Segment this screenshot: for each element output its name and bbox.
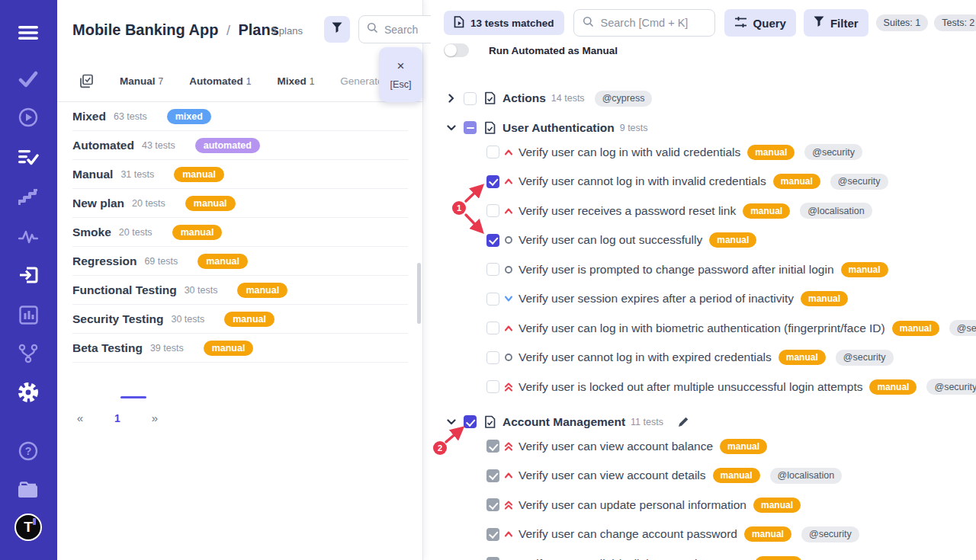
tag-badge[interactable]: @security xyxy=(949,320,976,336)
test-row[interactable]: Verify user can log out successfullymanu… xyxy=(431,226,976,254)
suite-title[interactable]: Actions xyxy=(502,91,546,105)
test-title[interactable]: Verify user is locked out after multiple… xyxy=(518,380,862,394)
test-row[interactable]: Verify user cannot log in with invalid c… xyxy=(431,167,976,196)
test-title[interactable]: Verify user cannot log in with expired c… xyxy=(518,350,772,364)
tab-automated[interactable]: Automated1 xyxy=(189,75,251,87)
suite-checkbox[interactable] xyxy=(464,415,477,428)
tag-badge[interactable]: @cypress xyxy=(595,91,653,107)
plan-row[interactable]: Security Testing30 testsmanual xyxy=(72,305,408,334)
chevron-down-icon[interactable] xyxy=(446,123,456,133)
chevron-down-icon[interactable] xyxy=(446,417,456,427)
test-tree: Actions14 tests@cypressUser Authenticati… xyxy=(431,0,976,560)
sidebar-item-stairs[interactable] xyxy=(17,186,40,209)
sidebar-item-bar-chart[interactable] xyxy=(17,303,40,326)
tab-manual[interactable]: Manual7 xyxy=(120,75,163,87)
test-title[interactable]: Verify user can log in with biometric au… xyxy=(518,322,885,335)
app-logo[interactable]: T xyxy=(14,514,42,541)
manual-badge: manual xyxy=(720,439,767,454)
sidebar-item-play-circle[interactable] xyxy=(17,106,40,129)
test-row[interactable]: Verify user can link/unlink external acc… xyxy=(431,549,976,560)
manual-badge: manual xyxy=(744,526,791,542)
test-checkbox[interactable] xyxy=(486,204,499,217)
sidebar-item-folder[interactable] xyxy=(17,478,40,501)
test-title[interactable]: Verify user can link/unlink external acc… xyxy=(518,557,748,560)
test-checkbox[interactable] xyxy=(486,293,499,306)
plan-name: New plan xyxy=(72,197,124,210)
test-checkbox[interactable] xyxy=(486,528,499,541)
test-checkbox[interactable] xyxy=(486,498,499,511)
test-row[interactable]: Verify user receives a password reset li… xyxy=(431,197,976,226)
sidebar-item-gear[interactable] xyxy=(17,381,40,404)
tag-badge[interactable]: @security xyxy=(926,379,976,395)
test-checkbox[interactable] xyxy=(486,351,499,364)
suite-row[interactable]: Actions14 tests@cypress xyxy=(431,84,976,113)
pagination-page-1[interactable]: 1 xyxy=(103,412,132,424)
plan-row[interactable]: Functional Testing30 testsmanual xyxy=(72,276,408,305)
sidebar-item-help[interactable]: ? xyxy=(17,440,40,462)
edit-icon[interactable] xyxy=(678,416,689,427)
test-row[interactable]: Verify user can view account detailsmanu… xyxy=(431,461,976,490)
test-row[interactable]: Verify user session expires after a peri… xyxy=(431,284,976,313)
test-row[interactable]: Verify user can log in with valid creden… xyxy=(431,138,976,167)
tag-badge[interactable]: @security xyxy=(830,174,888,190)
plan-row[interactable]: Manual31 testsmanual xyxy=(72,160,408,189)
sidebar-item-menu[interactable] xyxy=(17,21,40,44)
suite-title[interactable]: Account Management xyxy=(502,415,625,429)
plans-scrollbar[interactable] xyxy=(417,263,421,324)
test-row[interactable]: Verify user can update personal informat… xyxy=(431,491,976,520)
plan-row[interactable]: New plan20 testsmanual xyxy=(72,189,408,218)
chevron-right-icon[interactable] xyxy=(446,94,456,104)
test-title[interactable]: Verify user receives a password reset li… xyxy=(518,204,736,218)
test-checkbox[interactable] xyxy=(486,234,499,247)
test-title[interactable]: Verify user can view account balance xyxy=(518,440,713,453)
tag-badge[interactable]: @security xyxy=(836,350,894,366)
close-filter-panel-button[interactable]: × [Esc] xyxy=(379,47,422,102)
plan-row[interactable]: Beta Testing39 testsmanual xyxy=(72,334,408,363)
test-checkbox[interactable] xyxy=(486,263,499,276)
test-title[interactable]: Verify user can change account password xyxy=(518,527,737,541)
test-title[interactable]: Verify user can view account details xyxy=(518,469,706,482)
test-checkbox[interactable] xyxy=(486,440,499,453)
test-title[interactable]: Verify user can log out successfully xyxy=(518,233,702,247)
breadcrumb-project[interactable]: Mobile Banking App xyxy=(72,21,218,38)
suite-checkbox[interactable] xyxy=(464,92,477,105)
test-row[interactable]: Verify user is prompted to change passwo… xyxy=(431,255,976,284)
suite-title[interactable]: User Authentication xyxy=(502,121,615,135)
suite-checkbox[interactable] xyxy=(464,121,477,134)
sidebar-item-list-check[interactable] xyxy=(17,146,40,169)
test-checkbox[interactable] xyxy=(486,322,499,334)
select-all-icon[interactable] xyxy=(79,74,94,88)
tag-badge[interactable]: @security xyxy=(801,526,859,542)
test-title[interactable]: Verify user can log in with valid creden… xyxy=(518,146,740,159)
sidebar-item-check[interactable] xyxy=(17,68,40,91)
plan-row[interactable]: Automated43 testsautomated xyxy=(72,131,408,160)
test-title[interactable]: Verify user is prompted to change passwo… xyxy=(518,263,834,277)
test-checkbox[interactable] xyxy=(486,557,499,560)
test-row[interactable]: Verify user cannot log in with expired c… xyxy=(431,343,976,372)
test-row[interactable]: Verify user can view account balancemanu… xyxy=(431,432,976,461)
test-row[interactable]: Verify user can change account passwordm… xyxy=(431,520,976,549)
test-title[interactable]: Verify user session expires after a peri… xyxy=(518,292,794,306)
sidebar-item-branch[interactable] xyxy=(17,342,40,365)
test-title[interactable]: Verify user can update personal informat… xyxy=(518,498,746,512)
test-checkbox[interactable] xyxy=(486,380,499,393)
tag-badge[interactable]: @localisation xyxy=(800,203,872,219)
test-checkbox[interactable] xyxy=(486,146,499,158)
tag-badge[interactable]: @security xyxy=(804,144,862,160)
tag-badge[interactable]: @localisation xyxy=(770,468,843,484)
test-row[interactable]: Verify user can log in with biometric au… xyxy=(431,314,976,343)
plan-row[interactable]: Mixed63 testsmixed xyxy=(72,102,408,131)
pagination-prev-button[interactable]: « xyxy=(72,411,88,424)
test-row[interactable]: Verify user is locked out after multiple… xyxy=(431,373,976,402)
plan-row[interactable]: Smoke20 testsmanual xyxy=(72,218,408,247)
sidebar-item-sign-in[interactable] xyxy=(17,264,40,286)
manual-badge: manual xyxy=(841,262,888,277)
pagination-next-button[interactable]: » xyxy=(147,411,162,424)
test-checkbox[interactable] xyxy=(486,469,499,482)
plan-row[interactable]: Regression69 testsmanual xyxy=(72,247,408,276)
tab-mixed[interactable]: Mixed1 xyxy=(277,75,314,87)
plans-filter-button[interactable] xyxy=(324,16,350,43)
test-checkbox[interactable] xyxy=(486,175,499,188)
test-title[interactable]: Verify user cannot log in with invalid c… xyxy=(518,174,766,188)
sidebar-item-activity[interactable] xyxy=(17,226,40,248)
